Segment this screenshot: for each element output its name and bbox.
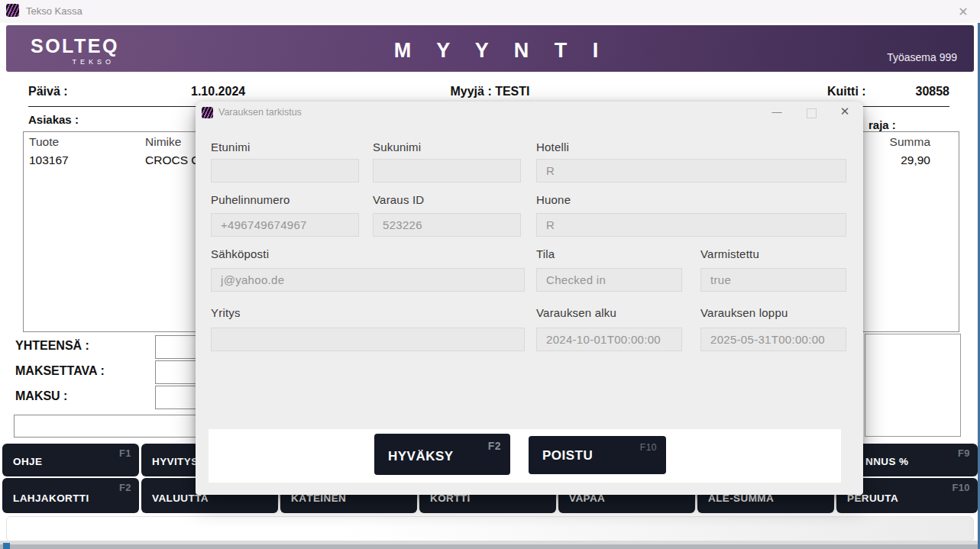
column-header-nimike: Nimike bbox=[145, 135, 181, 149]
dialog-title: Varauksen tarkistus bbox=[218, 107, 302, 118]
room-field[interactable]: R bbox=[536, 213, 846, 237]
last-name-field[interactable] bbox=[373, 159, 521, 182]
window-title: Tekso Kassa bbox=[26, 5, 82, 17]
help-button-label: OHJE bbox=[13, 456, 42, 467]
status-label: Tila bbox=[536, 247, 555, 260]
window-close-icon[interactable]: ✕ bbox=[953, 3, 973, 20]
help-button-fkey: F1 bbox=[119, 447, 131, 459]
confirmed-label: Varmistettu bbox=[700, 247, 759, 260]
reservation-check-dialog: Varauksen tarkistus — ✕ Etunimi Sukunimi… bbox=[196, 102, 863, 495]
discount-percent-button-label: NNUS % bbox=[865, 456, 908, 467]
reservation-end-label: Varauksen loppu bbox=[700, 306, 788, 319]
window-resize-corner bbox=[3, 543, 10, 549]
dialog-minimize-icon[interactable]: — bbox=[768, 104, 785, 119]
table-row-tuote[interactable]: 103167 bbox=[29, 153, 69, 167]
app-window: Tekso Kassa ✕ SOLTEQ TEKSO M Y Y N T I T… bbox=[0, 0, 980, 549]
email-label: Sähköposti bbox=[211, 247, 269, 260]
accept-button-fkey: F2 bbox=[488, 440, 501, 452]
gift-card-button-fkey: F2 bbox=[119, 482, 131, 493]
gift-card-button-label: LAHJAKORTTI bbox=[13, 492, 89, 504]
cancel-button-fkey: F10 bbox=[952, 482, 970, 493]
accept-button-label: HYVÄKSY bbox=[388, 449, 454, 464]
status-bar bbox=[6, 516, 974, 542]
reservation-id-label: Varaus ID bbox=[373, 193, 424, 206]
exit-button[interactable]: POISTU F10 bbox=[529, 436, 666, 474]
exit-button-label: POISTU bbox=[542, 448, 593, 463]
table-row-nimike[interactable]: CROCS C bbox=[145, 153, 199, 167]
reservation-start-field[interactable]: 2024-10-01T00:00:00 bbox=[536, 328, 682, 351]
payable-label: MAKSETTAVA : bbox=[15, 364, 105, 378]
app-icon bbox=[6, 4, 19, 17]
reservation-start-label: Varauksen alku bbox=[536, 306, 616, 319]
confirmed-field[interactable]: true bbox=[700, 268, 846, 292]
window-titlebar: Tekso Kassa ✕ bbox=[0, 0, 980, 23]
email-field[interactable]: j@yahoo.de bbox=[211, 268, 525, 292]
gift-card-button[interactable]: LAHJAKORTTI F2 bbox=[2, 478, 139, 513]
hotel-field[interactable]: R bbox=[536, 159, 846, 182]
company-field[interactable] bbox=[211, 328, 525, 351]
first-name-label: Etunimi bbox=[211, 140, 250, 153]
help-button[interactable]: OHJE F1 bbox=[2, 444, 139, 476]
workstation-label: Työasema 999 bbox=[887, 51, 957, 63]
last-name-label: Sukunimi bbox=[373, 140, 421, 153]
total-label: YHTEENSÄ : bbox=[15, 339, 89, 353]
discount-percent-button-fkey: F9 bbox=[958, 447, 970, 459]
side-panel-box bbox=[865, 334, 961, 437]
reservation-end-field[interactable]: 2025-05-31T00:00:00 bbox=[700, 328, 846, 351]
dialog-maximize-icon[interactable] bbox=[807, 108, 817, 118]
dialog-app-icon bbox=[202, 107, 213, 118]
limit-label: raja : bbox=[868, 118, 896, 131]
dialog-button-band bbox=[209, 429, 841, 483]
receipt-label: Kuitti : bbox=[827, 85, 866, 98]
room-label: Huone bbox=[536, 193, 571, 206]
dialog-close-icon[interactable]: ✕ bbox=[836, 103, 854, 120]
page-title: M Y Y N T I bbox=[6, 39, 980, 63]
receipt-number: 30858 bbox=[873, 85, 949, 98]
status-field[interactable]: Checked in bbox=[536, 268, 682, 292]
exit-button-fkey: F10 bbox=[640, 442, 657, 453]
phone-label: Puhelinnumero bbox=[211, 193, 290, 206]
reservation-id-field[interactable]: 523226 bbox=[373, 213, 521, 237]
first-name-field[interactable] bbox=[211, 159, 359, 182]
column-header-tuote: Tuote bbox=[29, 135, 59, 149]
hotel-label: Hotelli bbox=[536, 140, 569, 153]
payment-label: MAKSU : bbox=[15, 389, 67, 403]
window-border-strip-dark bbox=[0, 544, 980, 549]
company-label: Yritys bbox=[211, 306, 241, 319]
accept-button[interactable]: HYVÄKSY F2 bbox=[374, 434, 510, 475]
customer-label: Asiakas : bbox=[28, 113, 79, 126]
phone-field[interactable]: +496749674967 bbox=[211, 213, 359, 237]
brand-header: SOLTEQ TEKSO M Y Y N T I Työasema 999 bbox=[6, 25, 974, 72]
